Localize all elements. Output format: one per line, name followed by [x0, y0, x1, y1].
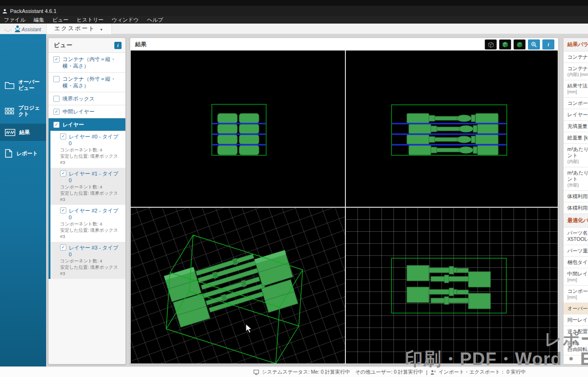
sidebar-item-project[interactable]: プロジェクト: [0, 101, 46, 122]
solid-view-button[interactable]: [514, 39, 526, 50]
wireframe-cube-icon: [487, 41, 494, 48]
perspective-view-drawing: [131, 207, 345, 364]
sidebar-label: プロジェ: [18, 105, 40, 111]
layer-position: 安定した位置: 境界ボックス #3: [54, 190, 122, 202]
checkbox-checked[interactable]: [60, 207, 66, 214]
export-button[interactable]: エクスポート: [46, 24, 112, 34]
sidebar-nav: オーバービュー プロジェクト 結果 レポート: [0, 34, 46, 371]
menu-item-view[interactable]: ビュー: [52, 16, 69, 24]
info-button[interactable]: i: [114, 42, 122, 49]
opt-row-upside-down: 逆さ配置: [564, 326, 588, 338]
view-mode-buttons: i: [485, 39, 554, 50]
chevron-down-icon: [99, 25, 104, 32]
param-row-components-per-m3-outer: m³あたりのコンポーネント(外部): [564, 167, 588, 191]
checkbox-checked[interactable]: [60, 170, 66, 176]
opt-row-part-weight: パーツ重量: [564, 245, 588, 257]
opt-row-same-layer: 同一レイヤー: [564, 314, 588, 326]
layer-item-3[interactable]: レイヤー #3 - タイプ 0 コンポーネント数: 4 安定した位置: 境界ボッ…: [50, 242, 125, 279]
toolbar: Assistant エクスポート: [0, 24, 588, 34]
opt-row-overlap: オーバーラップ: [564, 303, 588, 314]
status-system-text: システムステータス: Me: 0 計算実行中 その他ユーザー: 0 計算実行中: [262, 369, 423, 376]
opt-row-rotation: 回転:自由回転 最: [564, 338, 588, 355]
opt-row-packing-type: 梱包タイプ: [564, 257, 588, 268]
zoom-button[interactable]: [528, 39, 540, 50]
viewport-top-view[interactable]: [345, 207, 558, 364]
folder-icon: [5, 81, 14, 89]
checkbox-checked[interactable]: [53, 122, 60, 128]
layer-components: コンポーネント数: 4: [54, 147, 122, 153]
shaded-view-button[interactable]: [499, 39, 511, 50]
checkbox-unchecked[interactable]: [53, 96, 60, 102]
parameters-panel: 結果パラメータ コンテナ コンテナ寸法(内部) [mm] 結果寸法[mm] コン…: [563, 38, 588, 364]
layer-title: レイヤー #1 - タイプ 0: [69, 170, 122, 184]
checkbox-unchecked[interactable]: [53, 76, 60, 82]
wireframe-view-button[interactable]: [485, 39, 497, 50]
view-panel-header: ビュー i: [49, 38, 125, 52]
menu-item-window[interactable]: ウィンドウ: [112, 16, 139, 24]
sidebar-item-report[interactable]: レポート: [0, 144, 46, 163]
option-label: 中間レイヤー: [62, 108, 95, 115]
status-bar: システムステータス: Me: 0 計算実行中 その他ユーザー: 0 計算実行中 …: [0, 366, 588, 377]
app-window: PackAssistant 4.6.1 ファイル 編集 ビュー ヒストリー ウィ…: [0, 0, 588, 377]
opt-row-intermediate-layer: 中間レイヤー[mm]: [564, 268, 588, 286]
option-intermediate-layer[interactable]: 中間レイヤー: [49, 105, 125, 118]
menu-bar: ファイル 編集 ビュー ヒストリー ウィンドウ ヘルプ: [0, 16, 588, 24]
sidebar-item-results[interactable]: 結果: [0, 124, 46, 141]
app-icon: [2, 9, 7, 13]
layer-title: レイヤー #2 - タイプ 0: [69, 207, 122, 221]
option-container-outer[interactable]: コンテナ（外寸＝縦・横・高さ）: [49, 72, 125, 92]
logo-script-icon: [4, 28, 13, 32]
menu-item-edit[interactable]: 編集: [34, 16, 44, 24]
option-container-inner[interactable]: コンテナ（内寸＝縦・横・高さ）: [49, 52, 125, 72]
logo-text: Assistant: [22, 27, 41, 32]
solid-cube-icon: [516, 41, 523, 48]
param-row-layers-stacks: レイヤー/スタック: [564, 109, 588, 121]
param-row-volume-use-outer: 体積利用（外部）: [564, 202, 588, 214]
side-view-drawing: [345, 50, 558, 207]
results-header: 結果 i: [130, 38, 558, 50]
info-icon: i: [548, 41, 549, 47]
checkbox-checked[interactable]: [60, 133, 66, 139]
results-icon: [5, 129, 15, 136]
layer-components: コンポーネント数: 4: [54, 184, 122, 190]
layer-item-2[interactable]: レイヤー #2 - タイプ 0 コンポーネント数: 4 安定した位置: 境界ボッ…: [50, 205, 125, 242]
import-export-user-icon: [430, 370, 436, 375]
param-row-volume-use-inner: 体積利用（内部）: [564, 191, 588, 202]
param-row-container-dims: コンテナ寸法(内部) [mm]: [564, 63, 588, 80]
export-button-label: エクスポート: [54, 25, 95, 33]
sidebar-item-overview[interactable]: オーバービュー: [0, 75, 46, 96]
sidebar-label: クト: [18, 111, 40, 117]
logo-person-icon: [14, 25, 21, 32]
menu-item-file[interactable]: ファイル: [4, 16, 25, 24]
option-bounding-box[interactable]: 境界ボックス: [49, 92, 125, 105]
option-label: レイヤー: [62, 121, 84, 128]
grid-icon: [5, 108, 14, 115]
checkbox-checked[interactable]: [60, 244, 66, 251]
front-view-drawing: [131, 50, 345, 207]
menu-item-history[interactable]: ヒストリー: [77, 16, 104, 24]
layer-title: レイヤー #3 - タイプ 0: [69, 244, 122, 258]
viewport-front-view[interactable]: [131, 50, 345, 207]
shaded-cube-icon: [502, 41, 509, 48]
option-layer-selected[interactable]: レイヤー: [49, 118, 125, 131]
checkbox-checked[interactable]: [53, 109, 60, 115]
layer-position: 安定した位置: 境界ボックス #3: [54, 227, 122, 239]
layer-item-1[interactable]: レイヤー #1 - タイプ 0 コンポーネント数: 4 安定した位置: 境界ボッ…: [50, 168, 125, 205]
opt-row-part-name: パーツ名:X5TOOL-2.s: [564, 227, 588, 245]
view-panel-title: ビュー: [54, 41, 73, 50]
layer-position: 安定した位置: 境界ボックス #3: [54, 264, 122, 276]
viewport-perspective-view[interactable]: [131, 207, 345, 364]
menu-item-help[interactable]: ヘルプ: [147, 16, 163, 24]
magnifier-icon: [531, 41, 537, 48]
viewport-divider-horizontal: [131, 207, 558, 208]
sidebar-label: ビュー: [18, 85, 40, 91]
checkbox-checked[interactable]: [53, 56, 60, 63]
viewport-info-button[interactable]: i: [542, 39, 554, 50]
viewport-side-view[interactable]: [345, 50, 558, 207]
top-strip: [0, 0, 588, 6]
layer-components: コンポーネント数: 4: [54, 221, 122, 227]
param-row-components-per-m3-inner: m³あたりのコンポーネント(内部): [564, 144, 588, 167]
layer-list: レイヤー #0 - タイプ 0 コンポーネント数: 4 安定した位置: 境界ボッ…: [49, 131, 125, 279]
status-import-export-text: インポート・エクスポート： 0 実行中: [439, 369, 526, 376]
layer-item-0[interactable]: レイヤー #0 - タイプ 0 コンポーネント数: 4 安定した位置: 境界ボッ…: [50, 131, 125, 168]
